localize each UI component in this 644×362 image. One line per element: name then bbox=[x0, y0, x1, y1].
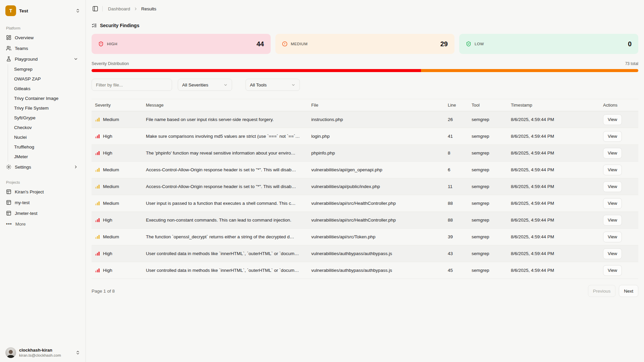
users-icon bbox=[6, 46, 11, 51]
line-cell: 45 bbox=[444, 262, 468, 279]
card-label: HIGH bbox=[107, 42, 117, 46]
severity-filter-value: All Severities bbox=[182, 82, 208, 87]
finding-row: Medium File name based on user input ris… bbox=[92, 111, 638, 128]
chevron-down-icon bbox=[291, 83, 296, 87]
team-logo: T bbox=[5, 5, 16, 16]
message-cell: User controlled data in methods like `in… bbox=[143, 245, 308, 262]
medium-severity-card: MEDIUM 29 bbox=[275, 34, 454, 54]
playground-sub-item[interactable]: JMeter bbox=[8, 152, 80, 162]
sidebar-item-teams[interactable]: Teams bbox=[5, 43, 80, 54]
sub-item-label: Checkov bbox=[14, 125, 32, 130]
severity-bars-icon bbox=[95, 268, 100, 273]
playground-sub-item[interactable]: Nuclei bbox=[8, 132, 80, 142]
finding-row: Medium Access-Control-Allow-Origin respo… bbox=[92, 162, 638, 178]
sub-item-label: Trivy File System bbox=[14, 106, 49, 111]
view-button[interactable]: View bbox=[603, 248, 622, 259]
sidebar-item-more[interactable]: ••• More bbox=[5, 219, 80, 229]
severity-cell: Medium bbox=[95, 162, 139, 178]
finding-row: High Make sure comparisons involving md5… bbox=[92, 128, 638, 145]
view-button[interactable]: View bbox=[603, 265, 622, 276]
finding-row: Medium Access-Control-Allow-Origin respo… bbox=[92, 178, 638, 195]
pagination: Page 1 of 8 Previous Next bbox=[92, 285, 638, 297]
playground-sub-item[interactable]: Checkov bbox=[8, 123, 80, 132]
sidebar-project-item[interactable]: Jmeter-test bbox=[5, 208, 80, 219]
sidebar-item-playground[interactable]: Playground bbox=[5, 54, 80, 64]
sidebar-item-label: More bbox=[15, 222, 26, 227]
timestamp-cell: 8/6/2025, 4:59:44 PM bbox=[507, 229, 600, 245]
sidebar-toggle-button[interactable] bbox=[92, 5, 99, 12]
distribution-high-segment bbox=[92, 69, 421, 72]
breadcrumb: Dashboard Results bbox=[108, 6, 156, 11]
column-header: Tool bbox=[468, 99, 507, 111]
severity-filter-select[interactable]: All Severities bbox=[178, 79, 232, 91]
line-cell: 88 bbox=[444, 195, 468, 212]
sidebar-item-overview[interactable]: Overview bbox=[5, 32, 80, 43]
sub-item-label: Trivy Container Image bbox=[14, 96, 58, 101]
playground-sub-item[interactable]: Syft/Grype bbox=[8, 113, 80, 123]
view-button[interactable]: View bbox=[603, 165, 622, 175]
team-switcher[interactable]: T Test bbox=[5, 3, 80, 18]
line-cell: 26 bbox=[444, 111, 468, 128]
playground-sub-list: Semgrep OWASP ZAP Gitleaks Trivy Contain… bbox=[8, 64, 80, 162]
playground-sub-item[interactable]: Semgrep bbox=[8, 64, 80, 74]
sidebar-project-item[interactable]: Kiran's Project bbox=[5, 186, 80, 197]
message-cell: The function `openssl_decrypt` returns e… bbox=[143, 229, 308, 245]
view-button[interactable]: View bbox=[603, 181, 622, 192]
view-button[interactable]: View bbox=[603, 114, 622, 125]
line-cell: 6 bbox=[444, 162, 468, 178]
timestamp-cell: 8/6/2025, 4:59:44 PM bbox=[507, 178, 600, 195]
timestamp-cell: 8/6/2025, 4:59:44 PM bbox=[507, 128, 600, 145]
severity-label: Medium bbox=[103, 167, 119, 172]
timestamp-cell: 8/6/2025, 4:59:44 PM bbox=[507, 111, 600, 128]
playground-sub-item[interactable]: Gitleaks bbox=[8, 84, 80, 94]
sub-item-label: Semgrep bbox=[14, 67, 33, 72]
view-button[interactable]: View bbox=[603, 232, 622, 242]
settings-nav: Settings bbox=[5, 162, 80, 172]
severity-cell: Medium bbox=[95, 195, 139, 212]
card-count: 0 bbox=[628, 40, 632, 48]
view-button[interactable]: View bbox=[603, 198, 622, 209]
view-button[interactable]: View bbox=[603, 148, 622, 159]
sub-item-label: JMeter bbox=[14, 154, 28, 159]
content: Security Findings HIGH 44 MEDIUM 29 bbox=[86, 17, 644, 362]
breadcrumb-results: Results bbox=[141, 6, 156, 11]
message-cell: User controlled data in methods like `in… bbox=[143, 262, 308, 279]
view-button[interactable]: View bbox=[603, 131, 622, 142]
view-button[interactable]: View bbox=[603, 215, 622, 226]
previous-page-button[interactable]: Previous bbox=[588, 285, 616, 297]
project-item-label: Kiran's Project bbox=[15, 189, 44, 194]
tool-cell: semgrep bbox=[468, 245, 507, 262]
line-cell: 8 bbox=[444, 145, 468, 162]
severity-label: Medium bbox=[103, 201, 119, 206]
user-menu[interactable]: clockhash-kiran kiran.ts@clockhash.com bbox=[5, 347, 80, 358]
distribution-medium-segment bbox=[421, 69, 638, 72]
distribution-label: Severity Distribution bbox=[92, 61, 129, 66]
project-item-label: my-test bbox=[15, 200, 30, 205]
severity-bars-icon bbox=[95, 234, 100, 239]
file-filter-input[interactable] bbox=[92, 79, 172, 91]
playground-sub-item[interactable]: OWASP ZAP bbox=[8, 74, 80, 84]
tool-filter-select[interactable]: All Tools bbox=[246, 79, 300, 91]
message-cell: Access-Control-Allow-Origin response hea… bbox=[143, 162, 308, 178]
playground-sub-item[interactable]: Trivy File System bbox=[8, 103, 80, 113]
severity-bars-icon bbox=[95, 117, 100, 122]
pager-buttons: Previous Next bbox=[588, 285, 638, 297]
line-cell: 11 bbox=[444, 178, 468, 195]
message-cell: User input is passed to a function that … bbox=[143, 195, 308, 212]
severity-cell: High bbox=[95, 245, 139, 262]
page-title-row: Security Findings bbox=[92, 23, 638, 28]
chevron-right-icon bbox=[73, 165, 78, 169]
breadcrumb-dashboard[interactable]: Dashboard bbox=[108, 6, 130, 11]
playground-sub-item[interactable]: Trufflehog bbox=[8, 142, 80, 152]
flask-icon bbox=[6, 56, 11, 62]
severity-bars-icon bbox=[95, 150, 100, 156]
chevron-down-icon bbox=[223, 83, 228, 87]
platform-section-label: Platform bbox=[5, 24, 80, 32]
sidebar-item-settings[interactable]: Settings bbox=[5, 162, 80, 172]
projects-section-label: Projects bbox=[5, 178, 80, 186]
gear-icon bbox=[6, 164, 11, 170]
next-page-button[interactable]: Next bbox=[619, 285, 638, 297]
playground-sub-item[interactable]: Trivy Container Image bbox=[8, 94, 80, 103]
sidebar-project-item[interactable]: my-test bbox=[5, 197, 80, 208]
topbar-divider bbox=[102, 6, 103, 11]
